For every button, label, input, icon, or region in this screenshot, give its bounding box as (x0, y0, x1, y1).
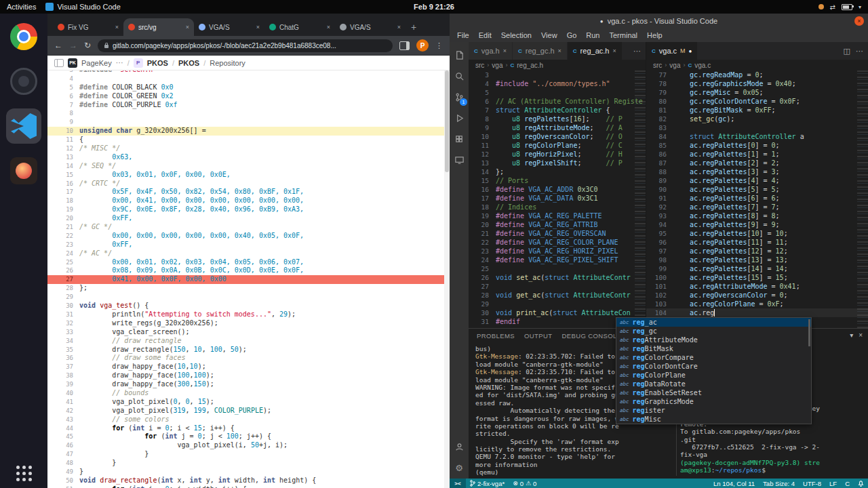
line-number[interactable]: 43 (47, 415, 79, 424)
line-number[interactable]: 26 (47, 266, 79, 275)
browser-scrollbar[interactable] (444, 70, 450, 488)
editor-tab[interactable]: Cvga.cM● (646, 42, 698, 60)
suggestion-item[interactable]: abcregColorDontCare (616, 362, 811, 371)
line-number[interactable]: 24 (469, 256, 496, 264)
line-number[interactable]: 11 (469, 141, 496, 150)
eol-sequence[interactable]: LF (825, 480, 841, 487)
extensions-icon[interactable] (450, 129, 469, 150)
line-number[interactable]: 83 (646, 123, 673, 132)
line-number[interactable]: 50 (47, 476, 79, 485)
line-number[interactable]: 46 (47, 441, 79, 450)
line-number[interactable]: 78 (646, 79, 673, 88)
line-number[interactable]: 8 (47, 109, 79, 118)
line-number[interactable]: 5 (469, 88, 496, 97)
line-number[interactable]: 18 (469, 203, 496, 211)
suggestion-item[interactable]: abcregMisc (616, 415, 811, 424)
breadcrumb-project-group[interactable]: PKOS (147, 59, 168, 67)
line-number[interactable]: 15 (47, 171, 79, 180)
dock-item-chrome[interactable] (6, 19, 41, 54)
more-actions-icon[interactable]: ⋯ (856, 47, 863, 56)
menu-go[interactable]: Go (562, 28, 582, 42)
line-number[interactable]: 7 (469, 106, 496, 115)
panel-chevron-icon[interactable]: ▾ (850, 331, 853, 339)
line-number[interactable]: 90 (646, 185, 673, 194)
panel-tab-debug-console[interactable]: DEBUG CONSOLE (561, 329, 621, 343)
notifications-bell-icon[interactable] (854, 480, 868, 487)
address-bar[interactable]: gitlab.com/pagekey/apps/pkos/pkos/-/blob… (98, 39, 393, 52)
line-number[interactable]: 47 (47, 450, 79, 459)
tab-close-icon[interactable]: × (503, 47, 507, 54)
dock-item-vscode[interactable] (6, 108, 41, 144)
clock[interactable]: Feb 9 21:26 (414, 3, 454, 11)
dock-item-orange-app[interactable] (6, 153, 41, 188)
settings-gear-icon[interactable]: ⚙ (450, 458, 469, 479)
breadcrumb-section[interactable]: Repository (210, 59, 245, 67)
line-number[interactable]: 37 (47, 363, 79, 371)
line-number[interactable]: 80 (646, 97, 673, 106)
line-number[interactable]: 100 (646, 273, 673, 282)
browser-tab[interactable]: VGA/S× (194, 18, 264, 36)
line-number[interactable]: 16 (47, 180, 79, 188)
line-number[interactable]: 14 (47, 162, 79, 171)
scrollbar-thumb[interactable] (445, 70, 449, 172)
line-number[interactable]: 101 (646, 282, 673, 291)
branch-indicator[interactable]: 2-fix-vga* (466, 480, 509, 487)
focused-app-title[interactable]: Visual Studio Code (57, 3, 120, 11)
line-number[interactable]: 44 (47, 424, 79, 433)
encoding[interactable]: UTF-8 (799, 480, 825, 487)
line-number[interactable]: 3 (469, 70, 496, 79)
line-number[interactable]: 103 (646, 300, 673, 308)
cursor-position[interactable]: Ln 104, Col 11 (709, 480, 759, 487)
menu-help[interactable]: Help (642, 28, 667, 42)
line-number[interactable]: 4 (469, 79, 496, 88)
line-number[interactable]: 86 (646, 150, 673, 159)
tab-close-icon[interactable]: × (256, 24, 260, 30)
line-number[interactable]: 22 (47, 232, 79, 241)
line-number[interactable]: 31 (469, 317, 496, 326)
line-number[interactable]: 19 (469, 211, 496, 220)
line-number[interactable]: 98 (646, 256, 673, 264)
right-breadcrumb[interactable]: src›vga›Cvga.c (646, 60, 868, 70)
line-number[interactable]: 28 (47, 284, 79, 293)
suggestion-item[interactable]: abcreg_ac (616, 318, 811, 327)
panel-tab-problems[interactable]: PROBLEMS (477, 329, 515, 343)
activities-button[interactable]: Activities (7, 3, 36, 11)
line-number[interactable]: 82 (646, 115, 673, 123)
menu-view[interactable]: View (536, 28, 562, 42)
menu-run[interactable]: Run (581, 28, 604, 42)
panel-tab-output[interactable]: OUTPUT (524, 329, 552, 343)
line-number[interactable]: 4 (47, 75, 79, 83)
menu-edit[interactable]: Edit (474, 28, 496, 42)
line-number[interactable]: 27 (47, 275, 79, 284)
remote-explorer-icon[interactable] (450, 150, 469, 171)
line-number[interactable]: 91 (646, 194, 673, 203)
back-button[interactable]: ← (54, 41, 62, 50)
line-number[interactable]: 19 (47, 205, 79, 214)
line-number[interactable]: 25 (469, 264, 496, 273)
line-number[interactable]: 23 (469, 247, 496, 256)
line-number[interactable]: 77 (646, 70, 673, 79)
line-number[interactable]: 81 (646, 106, 673, 115)
explorer-icon[interactable] (450, 45, 469, 66)
line-number[interactable]: 31 (47, 310, 79, 319)
suggestion-item[interactable]: abcregColorPlane (616, 371, 811, 380)
tab-close-icon[interactable]: × (397, 24, 401, 30)
line-number[interactable]: 96 (646, 238, 673, 247)
line-number[interactable]: 15 (469, 176, 496, 185)
line-number[interactable]: 41 (47, 398, 79, 407)
line-number[interactable]: 29 (469, 300, 496, 308)
line-number[interactable]: 18 (47, 197, 79, 205)
line-number[interactable]: 9 (47, 118, 79, 127)
line-number[interactable]: 16 (469, 185, 496, 194)
browser-tab[interactable]: Fix VG× (53, 18, 123, 36)
url-text[interactable]: gitlab.com/pagekey/apps/pkos/pkos/-/blob… (113, 42, 336, 49)
line-number[interactable]: 17 (469, 194, 496, 203)
line-number[interactable]: 17 (47, 188, 79, 197)
line-number[interactable]: 92 (646, 203, 673, 211)
left-minimap[interactable] (635, 70, 646, 328)
line-number[interactable]: 29 (47, 293, 79, 302)
line-number[interactable]: 35 (47, 346, 79, 354)
line-number[interactable]: 84 (646, 132, 673, 141)
split-editor-icon[interactable]: ◫ (844, 47, 850, 56)
line-number[interactable]: 21 (469, 229, 496, 238)
